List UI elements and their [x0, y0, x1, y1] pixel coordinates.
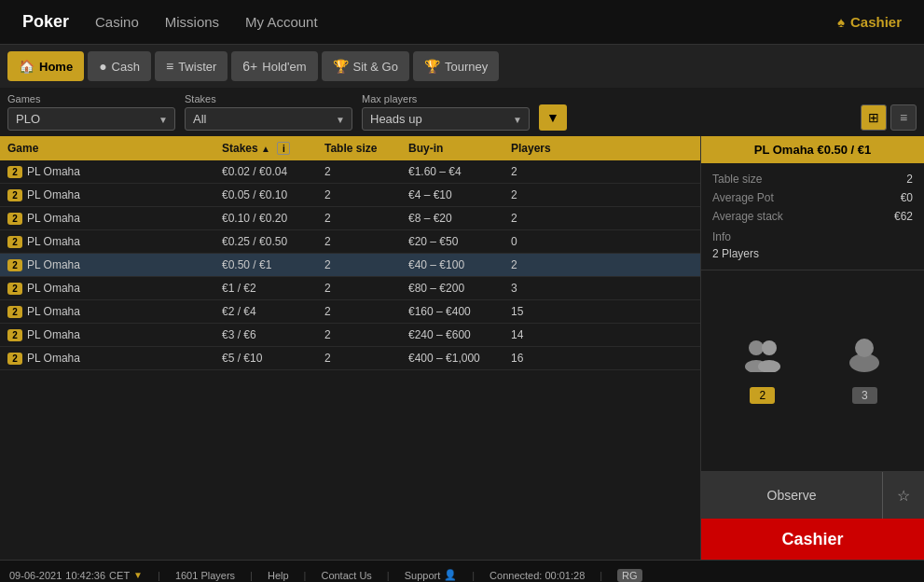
cell-game-5: 2 PL Omaha: [0, 277, 214, 299]
seat-3-option[interactable]: 3: [848, 339, 881, 404]
cell-tablesize-2: 2: [317, 207, 401, 229]
cell-stakes-5: €1 / €2: [214, 277, 317, 299]
sitgo-icon: 🏆: [333, 59, 349, 74]
cell-tablesize-0: 2: [317, 160, 401, 183]
cell-buyin-1: €4 – €10: [401, 184, 503, 206]
game-name-2: PL Omaha: [27, 212, 80, 225]
cell-game-8: 2 PL Omaha: [0, 347, 214, 369]
cell-players-4: 2: [503, 254, 578, 276]
cell-stakes-4: €0.50 / €1: [214, 254, 317, 276]
support-item: Support 👤: [405, 569, 458, 581]
right-panel: PL Omaha €0.50 / €1 Table size 2 Average…: [700, 136, 924, 560]
cell-stakes-7: €3 / €6: [214, 324, 317, 346]
nav-casino[interactable]: Casino: [82, 0, 152, 44]
player-count: 1601 Players: [175, 570, 235, 581]
stakes-label: Stakes: [185, 93, 352, 104]
cell-stakes-2: €0.10 / €0.20: [214, 207, 317, 229]
favorite-button[interactable]: ☆: [883, 472, 924, 519]
nav-cash-btn[interactable]: ● Cash: [88, 51, 151, 81]
table-size-row: Table size 2: [712, 173, 913, 186]
avg-pot-row: Average Pot €0: [712, 191, 913, 204]
table-row[interactable]: 2 PL Omaha €0.25 / €0.50 2 €20 – €50 0: [0, 230, 700, 254]
game-name-8: PL Omaha: [27, 352, 80, 365]
help-link[interactable]: Help: [268, 570, 289, 581]
status-bar: 09-06-2021 10:42:36 CET ▼ | 1601 Players…: [0, 560, 924, 582]
table-row[interactable]: 2 PL Omaha €0.02 / €0.04 2 €1.60 – €4 2: [0, 160, 700, 184]
contact-link[interactable]: Contact Us: [321, 570, 371, 581]
game-badge-3: 2: [7, 236, 22, 248]
cell-game-7: 2 PL Omaha: [0, 324, 214, 346]
nav-home-btn[interactable]: 🏠 Home: [7, 51, 84, 81]
panel-info: Table size 2 Average Pot €0 Average stac…: [701, 163, 924, 270]
table-row[interactable]: 2 PL Omaha €3 / €6 2 €240 – €600 14: [0, 324, 700, 347]
table-row[interactable]: 2 PL Omaha €1 / €2 2 €80 – €200 3: [0, 277, 700, 300]
col-players: Players: [503, 136, 578, 160]
game-name-0: PL Omaha: [27, 165, 80, 178]
col-buyin: Buy-in: [401, 136, 503, 160]
cashier-button[interactable]: Cashier: [701, 519, 924, 560]
observe-button[interactable]: Observe: [701, 472, 883, 519]
table-size-label: Table size: [712, 173, 762, 186]
stakes-select[interactable]: All: [185, 107, 352, 131]
grid-view-btn[interactable]: ⊞: [861, 104, 887, 131]
avg-stack-label: Average stack: [712, 210, 783, 223]
support-label[interactable]: Support: [405, 570, 441, 581]
star-icon: ☆: [897, 488, 910, 504]
bottom-buttons: Observe ☆: [701, 472, 924, 519]
nav-my-account[interactable]: My Account: [232, 0, 331, 44]
cell-tablesize-1: 2: [317, 184, 401, 206]
seat-2-badge: 2: [750, 387, 775, 404]
max-players-select[interactable]: Heads up: [362, 107, 530, 131]
nav-poker[interactable]: Poker: [9, 0, 82, 44]
table-section: Game Stakes ▲ i Table size Buy-in Player…: [0, 136, 700, 560]
games-select[interactable]: PLO: [7, 107, 175, 131]
table-row[interactable]: 2 PL Omaha €5 / €10 2 €400 – €1,000 16: [0, 347, 700, 370]
cell-stakes-0: €0.02 / €0.04: [214, 160, 317, 183]
seat-3-badge: 3: [852, 387, 877, 404]
info-label: Info: [712, 230, 913, 243]
cell-players-2: 2: [503, 207, 578, 229]
cell-buyin-6: €160 – €400: [401, 300, 503, 323]
nav-tourney-label: Tourney: [445, 60, 488, 74]
cell-tablesize-4: 2: [317, 254, 401, 276]
games-select-wrap: PLO: [7, 107, 175, 131]
sep1: |: [158, 570, 160, 581]
game-name-4: PL Omaha: [27, 258, 80, 271]
list-view-btn[interactable]: ≡: [890, 104, 917, 131]
filter-row: Games PLO Stakes All Max players Heads u…: [0, 88, 924, 136]
filter-button[interactable]: ▼: [539, 104, 567, 131]
table-row[interactable]: 2 PL Omaha €0.05 / €0.10 2 €4 – €10 2: [0, 184, 700, 207]
cashier-btn-wrap: Cashier: [701, 519, 924, 560]
seat-3-icon: [848, 339, 881, 380]
table-row[interactable]: 2 PL Omaha €0.10 / €0.20 2 €8 – €20 2: [0, 207, 700, 230]
svg-point-2: [762, 340, 777, 355]
max-players-label: Max players: [362, 93, 530, 104]
game-badge-6: 2: [7, 306, 22, 318]
nav-tourney-btn[interactable]: 🏆 Tourney: [413, 51, 499, 81]
nav-sitgo-btn[interactable]: 🏆 Sit & Go: [322, 51, 409, 81]
home-icon: 🏠: [19, 59, 34, 74]
game-badge-2: 2: [7, 213, 22, 225]
max-players-select-wrap: Heads up: [362, 107, 530, 131]
cell-buyin-4: €40 – €100: [401, 254, 503, 276]
secondary-nav: 🏠 Home ● Cash ≡ Twister 6+ Hold'em 🏆 Sit…: [0, 45, 924, 88]
table-row[interactable]: 2 PL Omaha €2 / €4 2 €160 – €400 15: [0, 300, 700, 324]
cell-game-6: 2 PL Omaha: [0, 300, 214, 323]
games-label: Games: [7, 93, 175, 104]
nav-cashier[interactable]: ♠ Cashier: [824, 0, 915, 44]
cell-stakes-6: €2 / €4: [214, 300, 317, 323]
nav-sitgo-label: Sit & Go: [353, 60, 398, 74]
nav-missions[interactable]: Missions: [152, 0, 232, 44]
nav-holdem-btn[interactable]: 6+ Hold'em: [231, 51, 317, 81]
rg-badge: RG: [617, 569, 642, 582]
timezone-arrow-icon[interactable]: ▼: [133, 570, 143, 580]
cell-tablesize-8: 2: [317, 347, 401, 369]
cell-buyin-5: €80 – €200: [401, 277, 503, 299]
timezone: CET: [109, 570, 130, 581]
nav-twister-btn[interactable]: ≡ Twister: [155, 51, 228, 81]
seat-2-option[interactable]: 2: [744, 339, 781, 404]
cell-players-5: 3: [503, 277, 578, 299]
table-row[interactable]: 2 PL Omaha €0.50 / €1 2 €40 – €100 2: [0, 254, 700, 277]
twister-icon: ≡: [166, 59, 173, 74]
game-badge-1: 2: [7, 189, 22, 201]
